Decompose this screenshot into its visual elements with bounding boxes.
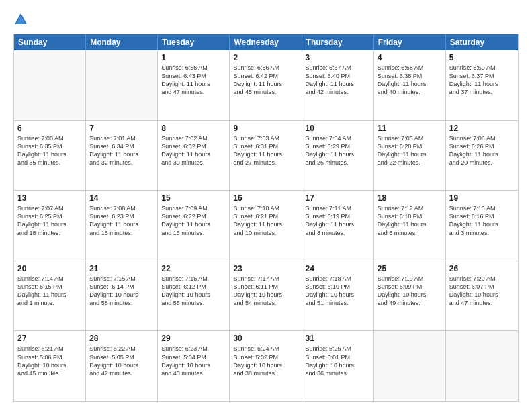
day-number: 22 xyxy=(161,264,226,273)
calendar-cell: 18Sunrise: 7:12 AMSunset: 6:18 PMDayligh… xyxy=(374,191,446,261)
calendar-cell: 4Sunrise: 6:58 AMSunset: 6:38 PMDaylight… xyxy=(374,50,446,120)
calendar: SundayMondayTuesdayWednesdayThursdayFrid… xyxy=(13,34,519,402)
cell-details: Sunrise: 6:59 AMSunset: 6:37 PMDaylight:… xyxy=(449,64,515,97)
cell-details: Sunrise: 7:06 AMSunset: 6:26 PMDaylight:… xyxy=(449,134,515,167)
calendar-cell: 14Sunrise: 7:08 AMSunset: 6:23 PMDayligh… xyxy=(86,191,158,261)
calendar-row: 27Sunrise: 6:21 AMSunset: 5:06 PMDayligh… xyxy=(14,331,518,402)
day-number: 9 xyxy=(233,124,298,133)
calendar-row: 13Sunrise: 7:07 AMSunset: 6:25 PMDayligh… xyxy=(14,191,518,261)
day-number: 5 xyxy=(449,53,515,62)
day-number: 6 xyxy=(17,124,82,133)
calendar-cell: 31Sunrise: 6:25 AMSunset: 5:01 PMDayligh… xyxy=(302,331,374,401)
day-number: 23 xyxy=(233,264,298,273)
cell-details: Sunrise: 6:25 AMSunset: 5:01 PMDaylight:… xyxy=(306,345,370,377)
calendar-header-cell: Monday xyxy=(86,34,158,50)
day-number: 18 xyxy=(378,193,442,203)
day-number: 26 xyxy=(449,264,515,273)
calendar-cell: 9Sunrise: 7:03 AMSunset: 6:31 PMDaylight… xyxy=(230,121,302,191)
calendar-cell: 3Sunrise: 6:57 AMSunset: 6:40 PMDaylight… xyxy=(302,50,374,120)
day-number: 29 xyxy=(161,334,226,343)
calendar-cell: 29Sunrise: 6:23 AMSunset: 5:04 PMDayligh… xyxy=(158,331,230,401)
calendar-row: 20Sunrise: 7:14 AMSunset: 6:15 PMDayligh… xyxy=(14,261,518,332)
calendar-cell: 28Sunrise: 6:22 AMSunset: 5:05 PMDayligh… xyxy=(86,331,158,401)
calendar-cell: 19Sunrise: 7:13 AMSunset: 6:16 PMDayligh… xyxy=(446,191,518,261)
day-number: 7 xyxy=(89,124,154,133)
day-number: 20 xyxy=(17,264,82,273)
cell-details: Sunrise: 7:11 AMSunset: 6:19 PMDaylight:… xyxy=(306,204,370,237)
cell-details: Sunrise: 7:04 AMSunset: 6:29 PMDaylight:… xyxy=(306,134,370,167)
logo-icon xyxy=(13,12,28,27)
calendar-cell: 25Sunrise: 7:19 AMSunset: 6:09 PMDayligh… xyxy=(374,261,446,331)
day-number: 13 xyxy=(17,193,82,203)
calendar-cell: 12Sunrise: 7:06 AMSunset: 6:26 PMDayligh… xyxy=(446,121,518,191)
cell-details: Sunrise: 6:21 AMSunset: 5:06 PMDaylight:… xyxy=(17,345,82,377)
page: SundayMondayTuesdayWednesdayThursdayFrid… xyxy=(0,0,532,411)
day-number: 24 xyxy=(306,264,370,273)
calendar-cell: 24Sunrise: 7:18 AMSunset: 6:10 PMDayligh… xyxy=(302,261,374,331)
calendar-cell: 22Sunrise: 7:16 AMSunset: 6:12 PMDayligh… xyxy=(158,261,230,331)
calendar-cell xyxy=(86,50,158,120)
calendar-body: 1Sunrise: 6:56 AMSunset: 6:43 PMDaylight… xyxy=(14,50,518,402)
day-number: 14 xyxy=(89,193,154,203)
cell-details: Sunrise: 7:01 AMSunset: 6:34 PMDaylight:… xyxy=(89,134,154,167)
cell-details: Sunrise: 6:56 AMSunset: 6:43 PMDaylight:… xyxy=(161,64,226,97)
cell-details: Sunrise: 7:13 AMSunset: 6:16 PMDaylight:… xyxy=(449,204,515,237)
calendar-header-cell: Wednesday xyxy=(230,34,302,50)
day-number: 30 xyxy=(233,334,298,343)
calendar-cell: 7Sunrise: 7:01 AMSunset: 6:34 PMDaylight… xyxy=(86,121,158,191)
calendar-cell: 20Sunrise: 7:14 AMSunset: 6:15 PMDayligh… xyxy=(14,261,86,331)
day-number: 1 xyxy=(161,53,226,62)
calendar-cell xyxy=(14,50,86,120)
day-number: 11 xyxy=(378,124,442,133)
cell-details: Sunrise: 7:19 AMSunset: 6:09 PMDaylight:… xyxy=(378,275,442,308)
calendar-cell: 15Sunrise: 7:09 AMSunset: 6:22 PMDayligh… xyxy=(158,191,230,261)
day-number: 12 xyxy=(449,124,515,133)
calendar-header-cell: Sunday xyxy=(14,34,86,50)
cell-details: Sunrise: 6:22 AMSunset: 5:05 PMDaylight:… xyxy=(89,345,154,377)
cell-details: Sunrise: 7:17 AMSunset: 6:11 PMDaylight:… xyxy=(233,275,298,308)
cell-details: Sunrise: 7:15 AMSunset: 6:14 PMDaylight:… xyxy=(89,275,154,308)
day-number: 19 xyxy=(449,193,515,203)
cell-details: Sunrise: 7:02 AMSunset: 6:32 PMDaylight:… xyxy=(161,134,226,167)
cell-details: Sunrise: 6:56 AMSunset: 6:42 PMDaylight:… xyxy=(233,64,298,97)
cell-details: Sunrise: 7:20 AMSunset: 6:07 PMDaylight:… xyxy=(449,275,515,308)
calendar-cell: 30Sunrise: 6:24 AMSunset: 5:02 PMDayligh… xyxy=(230,331,302,401)
cell-details: Sunrise: 7:09 AMSunset: 6:22 PMDaylight:… xyxy=(161,204,226,237)
day-number: 4 xyxy=(378,53,442,62)
day-number: 10 xyxy=(306,124,370,133)
calendar-cell: 27Sunrise: 6:21 AMSunset: 5:06 PMDayligh… xyxy=(14,331,86,401)
cell-details: Sunrise: 7:08 AMSunset: 6:23 PMDaylight:… xyxy=(89,204,154,237)
calendar-row: 6Sunrise: 7:00 AMSunset: 6:35 PMDaylight… xyxy=(14,121,518,191)
cell-details: Sunrise: 6:23 AMSunset: 5:04 PMDaylight:… xyxy=(161,345,226,377)
calendar-row: 1Sunrise: 6:56 AMSunset: 6:43 PMDaylight… xyxy=(14,50,518,121)
cell-details: Sunrise: 6:58 AMSunset: 6:38 PMDaylight:… xyxy=(378,64,442,97)
day-number: 27 xyxy=(17,334,82,343)
calendar-cell: 26Sunrise: 7:20 AMSunset: 6:07 PMDayligh… xyxy=(446,261,518,331)
cell-details: Sunrise: 7:12 AMSunset: 6:18 PMDaylight:… xyxy=(378,204,442,237)
calendar-header-cell: Tuesday xyxy=(158,34,230,50)
calendar-header-cell: Thursday xyxy=(302,34,374,50)
cell-details: Sunrise: 7:18 AMSunset: 6:10 PMDaylight:… xyxy=(306,275,370,308)
calendar-header: SundayMondayTuesdayWednesdayThursdayFrid… xyxy=(14,34,518,50)
cell-details: Sunrise: 7:07 AMSunset: 6:25 PMDaylight:… xyxy=(17,204,82,237)
calendar-cell: 1Sunrise: 6:56 AMSunset: 6:43 PMDaylight… xyxy=(158,50,230,120)
header xyxy=(13,12,519,27)
calendar-cell: 8Sunrise: 7:02 AMSunset: 6:32 PMDaylight… xyxy=(158,121,230,191)
calendar-cell: 21Sunrise: 7:15 AMSunset: 6:14 PMDayligh… xyxy=(86,261,158,331)
day-number: 28 xyxy=(89,334,154,343)
cell-details: Sunrise: 6:24 AMSunset: 5:02 PMDaylight:… xyxy=(233,345,298,377)
calendar-cell: 16Sunrise: 7:10 AMSunset: 6:21 PMDayligh… xyxy=(230,191,302,261)
day-number: 8 xyxy=(161,124,226,133)
calendar-header-cell: Saturday xyxy=(446,34,518,50)
day-number: 31 xyxy=(306,334,370,343)
logo xyxy=(13,12,30,27)
calendar-cell: 10Sunrise: 7:04 AMSunset: 6:29 PMDayligh… xyxy=(302,121,374,191)
calendar-cell: 11Sunrise: 7:05 AMSunset: 6:28 PMDayligh… xyxy=(374,121,446,191)
cell-details: Sunrise: 7:00 AMSunset: 6:35 PMDaylight:… xyxy=(17,134,82,167)
calendar-cell xyxy=(374,331,446,401)
day-number: 3 xyxy=(306,53,370,62)
cell-details: Sunrise: 7:10 AMSunset: 6:21 PMDaylight:… xyxy=(233,204,298,237)
cell-details: Sunrise: 7:05 AMSunset: 6:28 PMDaylight:… xyxy=(378,134,442,167)
calendar-cell: 5Sunrise: 6:59 AMSunset: 6:37 PMDaylight… xyxy=(446,50,518,120)
cell-details: Sunrise: 7:03 AMSunset: 6:31 PMDaylight:… xyxy=(233,134,298,167)
